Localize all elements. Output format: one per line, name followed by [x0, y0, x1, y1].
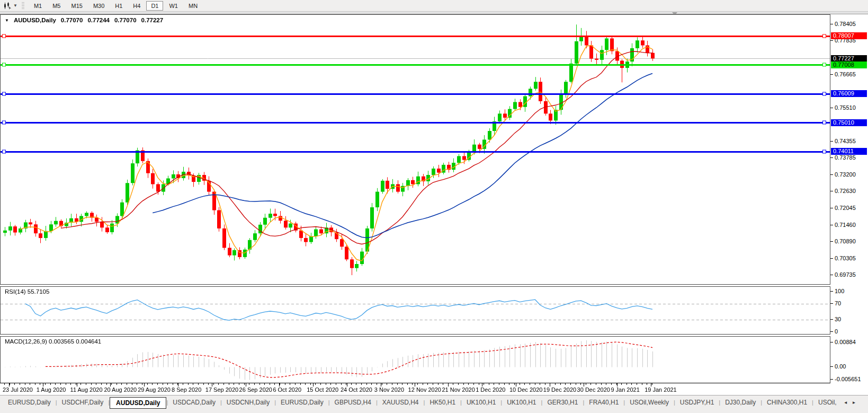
price-axis-tick: 0.69735	[835, 271, 856, 278]
chart-symbol-label: AUDUSD,Daily	[14, 17, 56, 23]
rsi-indicator-panel: RSI(14) 55.7105	[0, 286, 830, 335]
timeframe-button-d1[interactable]: D1	[146, 1, 163, 11]
chart-tab-fra40-h1[interactable]: FRA40,H1	[584, 397, 623, 408]
macd-label: MACD(12,26,9) 0.003565 0.004641	[5, 338, 101, 345]
timeframe-button-h1[interactable]: H1	[110, 1, 127, 11]
chart-tab-usoil-weekly[interactable]: USOil,Weekly	[625, 397, 674, 408]
date-label: 30 Dec 2020	[577, 386, 610, 393]
date-label: 12 Nov 2020	[408, 386, 441, 393]
date-label: 21 Nov 2020	[442, 386, 475, 393]
price-axis-tick: 0.72045	[835, 205, 856, 211]
date-label: 20 Aug 2020	[104, 386, 137, 393]
support-line-label: 0.74011	[831, 148, 867, 155]
chart-tab-eurusd-daily[interactable]: EURUSD,Daily	[276, 397, 328, 408]
date-label: 1 Aug 2020	[37, 386, 66, 393]
chart-tab-xauusd-h4[interactable]: XAUUSD,H4	[378, 397, 424, 408]
price-axis-tick: 0.73200	[835, 171, 856, 178]
support-line-label: 0.77008	[831, 61, 867, 68]
chart-tab-gbpusd-h4[interactable]: GBPUSD,H4	[330, 397, 376, 408]
chart-tab-usdcnh-daily[interactable]: USDCNH,Daily	[222, 397, 274, 408]
timeframe-button-m30[interactable]: M30	[88, 1, 109, 11]
rsi-label: RSI(14) 55.7105	[5, 288, 49, 295]
trading-terminal-window: ▼ M1M5M15M30H1H4D1W1MN ▼ AUDUSD,Daily 0.…	[0, 0, 868, 413]
price-axis-tick: 0.70890	[835, 238, 856, 244]
tabs-scroll-left-icon[interactable]: ◄	[842, 397, 850, 405]
timeframe-button-w1[interactable]: W1	[164, 1, 183, 11]
chart-tab-eurusd-daily[interactable]: EURUSD,Daily	[3, 397, 56, 408]
date-label: 17 Sep 2020	[205, 386, 238, 393]
price-axis-tick: 0.71460	[835, 222, 856, 228]
main-chart-panel: ▼ AUDUSD,Daily 0.77070 0.77244 0.77070 0…	[0, 14, 830, 285]
price-chart-canvas[interactable]	[1, 15, 830, 284]
date-label: 19 Dec 2020	[543, 386, 576, 393]
date-label: 29 Aug 2020	[138, 386, 171, 393]
timeframe-button-m1[interactable]: M1	[29, 1, 47, 11]
ohlc-low: 0.77070	[114, 17, 137, 23]
timeframe-toolbar: ▼ M1M5M15M30H1H4D1W1MN	[0, 0, 868, 12]
date-label: 8 Sep 2020	[172, 386, 201, 393]
support-line-label: 0.76009	[831, 90, 867, 97]
chart-tab-hk50-h1[interactable]: HK50,H1	[425, 397, 460, 408]
chart-tab-usdchf-daily[interactable]: USDCHF,Daily	[57, 397, 109, 408]
chart-tab-uk100-h1[interactable]: UK100,H1	[462, 397, 500, 408]
date-label: 10 Dec 2020	[509, 386, 542, 393]
date-label: 23 Jul 2020	[3, 386, 33, 393]
chart-tab-china300-h1[interactable]: CHINA300,H1	[762, 397, 812, 408]
price-axis-tick: 0.75510	[835, 104, 856, 111]
rsi-axis-tick: 100	[835, 288, 844, 294]
chart-tool-caret-icon[interactable]: ▼	[13, 3, 17, 8]
chart-tab-dj30-daily[interactable]: DJ30,Daily	[720, 397, 760, 408]
timeframe-button-h4[interactable]: H4	[128, 1, 145, 11]
resistance-line-label: 0.78007	[831, 32, 867, 39]
chart-tab-audusd-daily[interactable]: AUDUSD,Daily	[110, 397, 166, 409]
rsi-axis-tick: 30	[835, 316, 841, 322]
date-label: 6 Oct 2020	[273, 386, 301, 393]
ohlc-high: 0.77244	[87, 17, 110, 23]
symbol-caret-icon[interactable]: ▼	[5, 18, 9, 23]
timeframe-button-m15[interactable]: M15	[66, 1, 87, 11]
macd-axis-tick: -0.005651	[835, 376, 861, 382]
date-label: 1 Dec 2020	[476, 386, 505, 393]
date-label: 3 Nov 2020	[374, 386, 404, 393]
timeframe-button-mn[interactable]: MN	[184, 1, 202, 11]
rsi-axis-tick: 70	[835, 300, 841, 306]
toolbar-grip-handle[interactable]	[22, 2, 24, 10]
tabs-scroll-right-icon[interactable]: ►	[850, 397, 858, 405]
date-label: 9 Jan 2021	[611, 386, 639, 393]
chart-cursor-icon[interactable]	[3, 2, 12, 10]
price-axis-tick: 0.74355	[835, 138, 856, 144]
macd-indicator-panel: MACD(12,26,9) 0.003565 0.004641	[0, 336, 830, 383]
price-axis-tick: 0.78405	[835, 21, 856, 27]
time-axis: 23 Jul 20201 Aug 202011 Aug 202020 Aug 2…	[0, 383, 830, 395]
rsi-canvas[interactable]	[1, 287, 830, 334]
date-label: 11 Aug 2020	[70, 386, 103, 393]
support-line-label: 0.75010	[831, 119, 867, 126]
price-axis-tick: 0.73785	[835, 154, 856, 161]
chart-tab-usdcad-daily[interactable]: USDCAD,Daily	[168, 397, 220, 408]
date-label: 26 Sep 2020	[239, 386, 272, 393]
price-axis-tick: 0.70305	[835, 255, 856, 261]
price-axis-tick: 0.76665	[835, 71, 856, 77]
chart-tab-uk100-h1[interactable]: UK100,H1	[502, 397, 541, 408]
chart-tab-usoil-[interactable]: USOil,	[813, 397, 842, 408]
date-label: 19 Jan 2021	[645, 386, 677, 393]
ohlc-open: 0.77070	[61, 17, 83, 23]
date-label: 15 Oct 2020	[307, 386, 338, 393]
chart-tab-usdjpy-h1[interactable]: USDJPY,H1	[675, 397, 719, 408]
timeframe-button-m5[interactable]: M5	[48, 1, 65, 11]
rsi-axis-tick: 0	[835, 328, 838, 335]
macd-axis-tick: 0.00	[835, 363, 846, 370]
chart-title: ▼ AUDUSD,Daily 0.77070 0.77244 0.77070 0…	[5, 17, 163, 23]
chart-tabs-bar: EURUSD,Daily|USDCHF,Daily|AUDUSD,Daily|U…	[0, 395, 868, 413]
macd-canvas[interactable]	[1, 337, 830, 383]
price-axis-tick: 0.72630	[835, 188, 856, 194]
ohlc-close: 0.77227	[141, 17, 164, 23]
date-label: 24 Oct 2020	[341, 386, 372, 393]
macd-axis-tick: 0.00884	[835, 339, 856, 345]
chart-tab-ger30-h1[interactable]: GER30,H1	[542, 397, 583, 408]
